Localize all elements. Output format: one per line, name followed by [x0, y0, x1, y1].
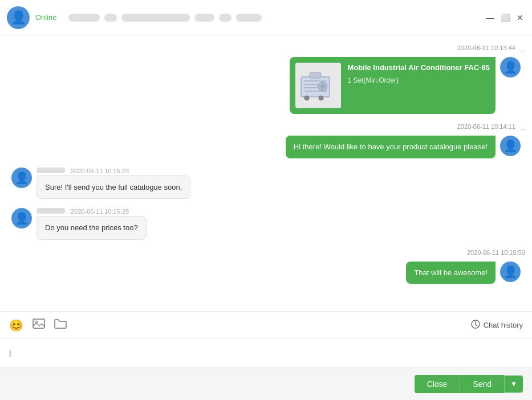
bottom-bar: Close Send ▼: [0, 368, 532, 400]
close-window-button[interactable]: ✕: [515, 13, 525, 23]
bubble-4: Do you need the prices too?: [36, 216, 147, 240]
title-pill-3: [121, 14, 190, 22]
timestamp-row-1: 2020-06-11 10:13:44 ...: [7, 44, 525, 54]
svg-point-7: [304, 96, 309, 100]
message-group-1: 2020-06-11 10:13:44 ...: [7, 44, 525, 114]
message-group-3: 👤 2020-06-11 10:15:23 Sure! I'll send yo…: [7, 168, 525, 199]
message-row-2: Hi there! Would like to have your produc…: [7, 136, 525, 158]
svg-rect-10: [33, 319, 44, 328]
msg-avatar-right-5: 👤: [500, 262, 521, 282]
msg-avatar-right-1: 👤: [500, 57, 521, 77]
msg-avatar-left-3: 👤: [11, 168, 32, 188]
message-row-5: That will be awesome! 👤: [7, 262, 525, 284]
right-avatar-icon-1: 👤: [503, 60, 518, 74]
user-avatar: 👤: [7, 6, 30, 29]
msg-avatar-right-2: 👤: [500, 136, 521, 156]
svg-line-14: [476, 325, 477, 326]
toolbar-left: 😊: [9, 319, 67, 332]
msg-avatar-left-4: 👤: [11, 208, 32, 228]
online-status: Online: [35, 13, 57, 22]
message-row-1: Mobile Industrial Air Conditioner FAC-85…: [7, 57, 525, 114]
product-info: Mobile Industrial Air Conditioner FAC-85…: [348, 63, 490, 108]
folder-icon: [54, 319, 67, 329]
svg-point-8: [319, 96, 323, 100]
right-avatar-icon-5: 👤: [503, 265, 518, 279]
title-bar-center: [68, 14, 474, 22]
chat-history-button[interactable]: Chat history: [471, 320, 523, 330]
svg-rect-9: [310, 72, 321, 78]
title-pill-2: [104, 14, 117, 22]
product-name: Mobile Industrial Air Conditioner FAC-85: [348, 63, 490, 73]
title-pill-4: [194, 14, 214, 22]
clock-svg: [471, 320, 480, 329]
message-group-2: 2020-06-11 10:14:11 ... Hi there! Would …: [7, 123, 525, 158]
send-button[interactable]: Send: [460, 375, 504, 393]
send-dropdown-button[interactable]: ▼: [504, 375, 523, 393]
title-pill-5: [219, 14, 232, 22]
sender-name-4: [36, 208, 65, 214]
image-button[interactable]: [33, 319, 45, 332]
bubble-3: Sure! I'll send you the full catalogue s…: [36, 175, 190, 199]
clock-icon: [471, 320, 480, 330]
message-group-4: 👤 2020-06-11 10:15:29 Do you need the pr…: [7, 208, 525, 240]
avatar-icon: 👤: [11, 10, 26, 25]
ac-unit-svg: [298, 66, 338, 105]
timestamp-5: 2020-06-11 10:15:50: [467, 249, 525, 256]
timestamp-1: 2020-06-11 10:13:44: [457, 44, 515, 51]
title-bar-left: 👤 Online: [7, 6, 57, 29]
product-order: 1 Set(Min.Order): [348, 76, 490, 84]
timestamp-suffix-2: ...: [520, 124, 525, 131]
timestamp-3: 2020-06-11 10:15:23: [71, 168, 129, 174]
message-group-5: 2020-06-11 10:15:50 That will be awesome…: [7, 249, 525, 284]
svg-point-6: [320, 84, 325, 89]
left-avatar-icon-3: 👤: [15, 171, 29, 185]
timestamp-row-5: 2020-06-11 10:15:50: [7, 249, 525, 258]
chat-history-label: Chat history: [484, 321, 523, 329]
input-area: |: [0, 338, 532, 368]
message-input[interactable]: [11, 344, 523, 361]
chat-area: 2020-06-11 10:13:44 ...: [0, 35, 532, 311]
emoji-button[interactable]: 😊: [9, 319, 23, 332]
maximize-button[interactable]: ⬜: [500, 13, 510, 23]
message-row-4: 👤 2020-06-11 10:15:29 Do you need the pr…: [7, 208, 525, 240]
message-row-3: 👤 2020-06-11 10:15:23 Sure! I'll send yo…: [7, 168, 525, 199]
right-avatar-icon-2: 👤: [503, 139, 518, 153]
title-pill-6: [236, 14, 262, 22]
title-bar: 👤 Online — ⬜ ✕: [0, 0, 532, 35]
image-icon: [33, 319, 45, 329]
timestamp-suffix-1: ...: [520, 46, 525, 52]
left-avatar-icon-4: 👤: [15, 211, 29, 225]
close-button[interactable]: Close: [415, 375, 460, 393]
toolbar: 😊 Chat history: [0, 311, 532, 338]
timestamp-row-2: 2020-06-11 10:14:11 ...: [7, 123, 525, 132]
bubble-5: That will be awesome!: [406, 262, 496, 284]
timestamp-2: 2020-06-11 10:14:11: [457, 123, 515, 130]
bubble-2: Hi there! Would like to have your produc…: [286, 136, 496, 158]
product-bubble: Mobile Industrial Air Conditioner FAC-85…: [290, 57, 496, 114]
sender-name-3: [36, 168, 65, 173]
timestamp-4: 2020-06-11 10:15:29: [71, 208, 129, 215]
svg-point-11: [35, 321, 38, 323]
folder-button[interactable]: [54, 319, 67, 332]
window-controls: — ⬜ ✕: [485, 13, 525, 23]
product-image: [295, 63, 341, 108]
minimize-button[interactable]: —: [485, 13, 496, 23]
title-pill-1: [68, 14, 100, 22]
